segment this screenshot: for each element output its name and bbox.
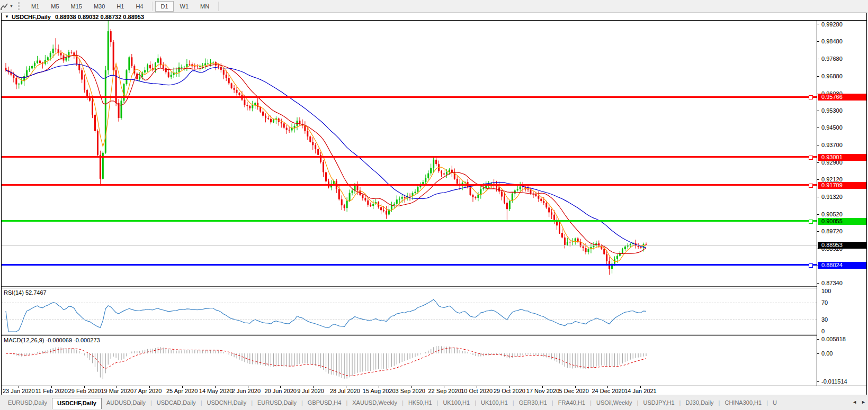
tab-usdcad-daily[interactable]: USDCAD,Daily (152, 398, 201, 408)
chart-tool-button[interactable]: ▼ (0, 1, 15, 12)
timeframe-h1[interactable]: H1 (111, 1, 129, 12)
timeframe-m30[interactable]: M30 (88, 1, 110, 12)
tab-u[interactable]: U (768, 398, 782, 408)
rsi-pane[interactable]: RSI(14) 52.7467 (2, 288, 817, 334)
macd-scale-label: 0.005818 (821, 336, 846, 342)
date-tick-mark (444, 386, 444, 388)
horizontal-line-0.90055[interactable] (2, 220, 817, 222)
horizontal-line-0.95766[interactable] (2, 96, 817, 98)
tab-uk100-h1[interactable]: UK100,H1 (476, 398, 513, 408)
rsi-scale-label: 0 (821, 328, 825, 334)
tab-usdchf-daily[interactable]: USDCHF,Daily (52, 398, 102, 409)
hline-handle[interactable] (809, 184, 813, 188)
tab-ger30-h1[interactable]: GER30,H1 (514, 398, 552, 408)
date-label: 17 Nov 2020 (526, 388, 559, 394)
horizontal-line-0.93001[interactable] (2, 156, 817, 158)
date-tick-mark (280, 386, 281, 388)
macd-scale-label: 0.00 (821, 350, 833, 357)
time-axis[interactable]: 23 Jan 202011 Feb 202029 Feb 202019 Mar … (2, 386, 866, 395)
price-tick-label: 0.94500 (821, 124, 843, 131)
price-tick-label: 0.90520 (821, 211, 843, 217)
timeframe-w1[interactable]: W1 (175, 1, 194, 12)
tab-audusd-daily[interactable]: AUDUSD,Daily (102, 398, 150, 408)
horizontal-line-0.88024[interactable] (2, 264, 817, 266)
tab-eurusd-daily[interactable]: EURUSD,Daily (253, 398, 301, 408)
timeframe-m15[interactable]: M15 (66, 1, 87, 12)
date-tick-mark (411, 386, 412, 388)
hline-handle[interactable] (809, 156, 813, 160)
price-tick-mark (817, 214, 819, 215)
tabs-scroll-right-button[interactable]: ► (861, 399, 866, 405)
tab-gbpusd-h4[interactable]: GBPUSD,H4 (303, 398, 346, 408)
hline-handle[interactable] (809, 220, 813, 224)
timeframe-m5[interactable]: M5 (46, 1, 64, 12)
macd-tick-mark (817, 381, 819, 382)
date-tick-mark (182, 386, 183, 388)
price-tick-label: 0.99280 (821, 21, 843, 28)
rsi-label: RSI(14) 52.7467 (4, 289, 47, 296)
date-label: 29 Feb 2020 (68, 388, 101, 394)
price-tick-label: 0.89720 (821, 228, 843, 234)
timeframe-h4[interactable]: H4 (130, 1, 148, 12)
date-label: 28 Jul 2020 (330, 388, 360, 394)
horizontal-line-0.91709[interactable] (2, 184, 817, 186)
date-label: 3 Sep 2020 (396, 388, 425, 394)
date-label: 7 Apr 2020 (133, 388, 162, 394)
price-tick-mark (817, 283, 819, 284)
toolbar-separator (152, 2, 153, 11)
price-tick-label: 0.87340 (821, 280, 843, 286)
tab-usdcnh-daily[interactable]: USDCNH,Daily (202, 398, 252, 408)
date-tick-mark (640, 386, 641, 388)
tab-uk100-h1[interactable]: UK100,H1 (438, 398, 475, 408)
tab-eurusd-daily[interactable]: EURUSD,Daily (3, 398, 52, 408)
price-tick-mark (817, 197, 819, 197)
hline-handle[interactable] (809, 95, 813, 99)
price-pane[interactable] (2, 21, 817, 286)
price-tick-mark (817, 111, 819, 111)
tab-fra40-h1[interactable]: FRA40,H1 (553, 398, 590, 408)
tab-usoil-weekly[interactable]: USOil,Weekly (592, 398, 637, 408)
date-label: 25 Apr 2020 (166, 388, 198, 394)
date-label: 20 Jun 2020 (264, 388, 297, 394)
date-label: 2 Jun 2020 (232, 388, 261, 394)
date-tick-mark (19, 386, 19, 388)
macd-tick-mark (817, 339, 819, 340)
tab-china300-h1[interactable]: CHINA300,H1 (720, 398, 766, 408)
date-tick-mark (607, 386, 608, 388)
price-axis[interactable]: 0.992800.984800.976800.968800.960800.953… (817, 21, 866, 386)
timeframe-mn[interactable]: MN (195, 1, 214, 12)
tab-dj30-daily[interactable]: DJ30,Daily (681, 398, 718, 408)
tab-xauusd-weekly[interactable]: XAUUSD,Weekly (347, 398, 402, 408)
macd-pane[interactable]: MACD(12,26,9) -0.000069 -0.000273 (2, 336, 817, 386)
price-badge-0.88024: 0.88024 (818, 262, 866, 269)
price-tick-label: 0.93700 (821, 142, 843, 148)
price-tick-mark (817, 162, 819, 163)
chart-title-ohlc: 0.88938 0.89032 0.88732 0.88953 (55, 14, 144, 20)
date-label: 22 Sep 2020 (428, 388, 461, 394)
macd-tick-mark (817, 353, 819, 354)
tab-hk50-h1[interactable]: HK50,H1 (404, 398, 437, 408)
timeframe-m1[interactable]: M1 (26, 1, 44, 12)
bid-price-badge: 0.88953 (818, 242, 866, 249)
price-tick-mark (817, 24, 819, 24)
date-tick-mark (84, 386, 85, 388)
price-badge-0.95766: 0.95766 (818, 94, 866, 101)
hline-handle[interactable] (809, 263, 813, 268)
date-tick-mark (346, 386, 346, 388)
timeframe-d1[interactable]: D1 (155, 1, 173, 12)
price-badge-0.91709: 0.91709 (818, 182, 866, 189)
price-tick-label: 0.91320 (821, 194, 843, 200)
tab-usdjpy-h1[interactable]: USDJPY,H1 (638, 398, 679, 408)
date-tick-mark (379, 386, 379, 388)
macd-histogram (6, 346, 646, 379)
price-tick-mark (817, 127, 819, 128)
tabs-scroll-left-button[interactable]: ◄ (852, 399, 857, 405)
date-label: 19 Mar 2020 (101, 388, 133, 394)
bid-price-line (2, 245, 817, 245)
price-tick-label: 0.95300 (821, 107, 843, 114)
rsi-scale-label: 70 (821, 299, 828, 306)
date-tick-mark (575, 386, 576, 388)
chart-menu-icon[interactable]: ▼ (5, 14, 9, 19)
toolbar-grip[interactable] (18, 2, 22, 10)
price-tick-mark (817, 179, 819, 180)
